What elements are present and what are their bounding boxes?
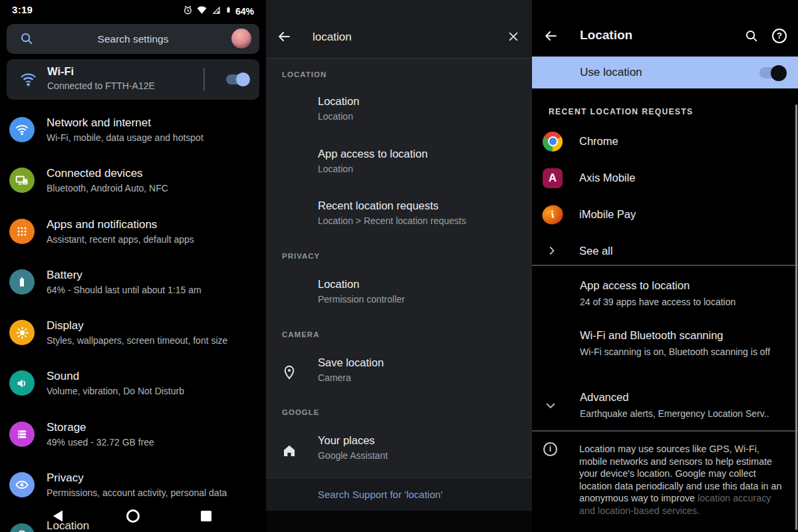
- result-app-access[interactable]: App access to location Location: [318, 148, 524, 174]
- scrollbar[interactable]: [795, 104, 797, 530]
- divider: [532, 430, 798, 432]
- result-recent-requests[interactable]: Recent location requests Location > Rece…: [318, 200, 524, 226]
- section-label-location: LOCATION: [282, 70, 327, 78]
- info-icon: i: [543, 442, 557, 456]
- section-label-privacy: PRIVACY: [282, 252, 320, 260]
- result-location[interactable]: Location Location: [318, 95, 524, 122]
- divider: [203, 68, 205, 91]
- wifi-icon: [9, 117, 35, 142]
- item-subtitle: Volume, vibration, Do Not Disturb: [47, 386, 266, 396]
- place-pin-icon: [281, 364, 297, 383]
- search-settings-bar[interactable]: Search settings: [7, 24, 259, 54]
- app-name: iMobile Pay: [579, 196, 636, 233]
- back-triangle-icon[interactable]: [52, 509, 64, 525]
- help-glyph: ?: [777, 31, 782, 41]
- battery-status-icon: [225, 4, 232, 18]
- close-icon[interactable]: [507, 30, 520, 46]
- location-settings-screen: Location ? Use location RECENT LOCATION …: [532, 0, 798, 532]
- result-breadcrumb: Google Assistant: [318, 450, 524, 461]
- search-placeholder: Search settings: [7, 24, 259, 54]
- result-title: Recent location requests: [318, 200, 524, 212]
- wifi-toggle[interactable]: [226, 74, 249, 84]
- settings-item-apps[interactable]: Apps and notifications Assistant, recent…: [0, 206, 266, 257]
- recent-app-imobile-pay[interactable]: i iMobile Pay: [532, 196, 798, 233]
- item-title: Sound: [47, 370, 266, 383]
- search-support-link[interactable]: Search Support for 'location': [318, 478, 443, 511]
- speaker-icon: [9, 370, 35, 396]
- settings-item-battery[interactable]: Battery 64% - Should last until about 1:…: [0, 257, 266, 307]
- item-title: Network and internet: [47, 116, 266, 130]
- result-title: Your places: [318, 434, 524, 447]
- chevron-down-icon: [544, 399, 557, 415]
- result-save-location[interactable]: Save location Camera: [318, 356, 524, 383]
- result-breadcrumb: Location: [318, 164, 524, 174]
- axis-mobile-logo-icon: A: [543, 168, 563, 188]
- home-icon: [281, 443, 297, 462]
- advanced-item[interactable]: Advanced Earthquake alerts, Emergency Lo…: [580, 391, 787, 421]
- result-location-permission[interactable]: Location Permission controller: [318, 278, 524, 305]
- item-subtitle: 49% used - 32.72 GB free: [47, 437, 266, 448]
- cellular-signal-no-internet-icon: [211, 5, 221, 18]
- page-title: Location: [580, 28, 632, 43]
- search-support-row[interactable]: Search Support for 'location': [266, 477, 532, 511]
- search-query-input[interactable]: location: [313, 31, 352, 44]
- android-settings-composite: 3:19 64% Search settings Wi-Fi Connected…: [0, 0, 798, 532]
- item-title: Storage: [47, 421, 266, 434]
- devices-icon: [9, 168, 35, 193]
- privacy-eye-icon: [9, 472, 35, 497]
- status-bar: 3:19 64%: [0, 0, 266, 20]
- settings-item-privacy[interactable]: Privacy Permissions, account activity, p…: [0, 460, 266, 510]
- axis-logo-glyph: A: [549, 172, 557, 185]
- result-title: App access to location: [318, 148, 524, 160]
- location-header: Location ?: [532, 0, 798, 57]
- imobile-pay-logo-icon: i: [540, 202, 566, 227]
- item-title: Connected devices: [47, 167, 266, 180]
- wifi-bluetooth-scanning-item[interactable]: Wi-Fi and Bluetooth scanning Wi-Fi scann…: [580, 329, 787, 359]
- item-title: Privacy: [47, 471, 266, 485]
- chevron-right-icon: [546, 245, 558, 259]
- item-subtitle: Assistant, recent apps, default apps: [47, 234, 266, 245]
- see-all-row[interactable]: See all: [532, 233, 798, 269]
- result-breadcrumb: Location > Recent location requests: [318, 215, 524, 226]
- item-title: Advanced: [580, 391, 787, 404]
- app-access-item[interactable]: App access to location 24 of 39 apps hav…: [580, 279, 787, 309]
- avatar[interactable]: [231, 29, 251, 49]
- search-icon[interactable]: [744, 29, 759, 46]
- settings-item-network[interactable]: Network and internet Wi-Fi, mobile, data…: [0, 104, 266, 155]
- nav-bar-area: [266, 511, 532, 532]
- settings-search-results-screen: location LOCATION Location Location App …: [266, 0, 532, 532]
- storage-icon: [9, 422, 35, 447]
- use-location-row[interactable]: Use location: [532, 57, 798, 88]
- back-arrow-icon[interactable]: [277, 29, 291, 47]
- section-label-camera: CAMERA: [282, 331, 319, 338]
- use-location-label: Use location: [580, 57, 642, 88]
- location-pin-icon: [9, 523, 35, 532]
- item-title: App access to location: [580, 279, 787, 292]
- use-location-toggle[interactable]: [759, 67, 785, 78]
- result-your-places[interactable]: Your places Google Assistant: [318, 434, 524, 461]
- app-name: Chrome: [579, 123, 618, 160]
- item-subtitle: 24 of 39 apps have access to location: [580, 296, 787, 309]
- help-icon[interactable]: ?: [772, 29, 787, 43]
- battery-icon: [9, 269, 35, 295]
- imobile-logo-glyph: i: [549, 208, 557, 221]
- item-subtitle: 64% - Should last until about 1:15 am: [47, 285, 266, 295]
- recent-app-axis-mobile[interactable]: A Axis Mobile: [532, 160, 798, 196]
- home-circle-icon[interactable]: [126, 509, 140, 523]
- settings-item-storage[interactable]: Storage 49% used - 32.72 GB free: [0, 409, 266, 460]
- item-title: Battery: [47, 269, 266, 282]
- item-subtitle: Earthquake alerts, Emergency Location Se…: [580, 408, 787, 421]
- alarm-icon: [183, 5, 193, 18]
- recents-square-icon[interactable]: [201, 511, 211, 521]
- settings-item-display[interactable]: Display Styles, wallpapers, screen timeo…: [0, 307, 266, 358]
- back-arrow-icon[interactable]: [543, 29, 558, 46]
- settings-item-sound[interactable]: Sound Volume, vibration, Do Not Disturb: [0, 358, 266, 408]
- wifi-suggestion-card[interactable]: Wi-Fi Connected to FTTH-A12E: [7, 59, 259, 100]
- settings-item-connected-devices[interactable]: Connected devices Bluetooth, Android Aut…: [0, 155, 266, 205]
- info-glyph: i: [549, 444, 551, 454]
- item-title: Wi-Fi and Bluetooth scanning: [580, 329, 787, 342]
- item-subtitle: Permissions, account activity, personal …: [47, 487, 266, 498]
- item-subtitle: Styles, wallpapers, screen timeout, font…: [47, 335, 266, 346]
- item-subtitle: Wi-Fi scanning is on, Bluetooth scanning…: [580, 346, 787, 359]
- recent-app-chrome[interactable]: Chrome: [532, 123, 798, 160]
